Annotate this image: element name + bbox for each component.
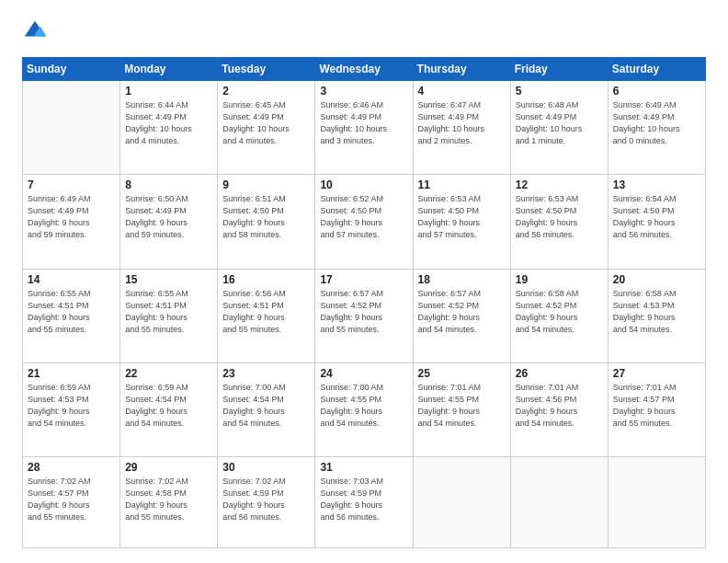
day-number: 26 xyxy=(516,367,603,380)
day-info: Sunrise: 7:01 AMSunset: 4:55 PMDaylight:… xyxy=(418,382,506,430)
calendar-cell: 24Sunrise: 7:00 AMSunset: 4:55 PMDayligh… xyxy=(315,362,413,456)
calendar-cell: 17Sunrise: 6:57 AMSunset: 4:52 PMDayligh… xyxy=(315,269,413,362)
day-number: 30 xyxy=(222,461,310,474)
weekday-header-row: SundayMondayTuesdayWednesdayThursdayFrid… xyxy=(23,58,706,81)
day-info: Sunrise: 6:56 AMSunset: 4:51 PMDaylight:… xyxy=(222,288,310,336)
day-info: Sunrise: 7:02 AMSunset: 4:58 PMDaylight:… xyxy=(125,476,212,523)
calendar-cell: 15Sunrise: 6:55 AMSunset: 4:51 PMDayligh… xyxy=(120,269,218,362)
day-info: Sunrise: 6:46 AMSunset: 4:49 PMDaylight:… xyxy=(320,99,407,147)
weekday-header: Friday xyxy=(510,58,608,81)
logo-icon xyxy=(22,18,48,44)
calendar-cell: 26Sunrise: 7:01 AMSunset: 4:56 PMDayligh… xyxy=(510,362,608,456)
day-info: Sunrise: 6:48 AMSunset: 4:49 PMDaylight:… xyxy=(516,99,603,147)
calendar-cell: 30Sunrise: 7:02 AMSunset: 4:59 PMDayligh… xyxy=(218,457,315,548)
header xyxy=(22,18,706,44)
day-number: 15 xyxy=(125,273,212,286)
weekday-header: Tuesday xyxy=(218,58,315,81)
day-info: Sunrise: 6:55 AMSunset: 4:51 PMDaylight:… xyxy=(28,288,115,336)
calendar-cell: 1Sunrise: 6:44 AMSunset: 4:49 PMDaylight… xyxy=(120,81,218,175)
day-info: Sunrise: 6:44 AMSunset: 4:49 PMDaylight:… xyxy=(125,99,212,147)
day-number: 18 xyxy=(418,273,506,286)
day-info: Sunrise: 6:57 AMSunset: 4:52 PMDaylight:… xyxy=(320,288,407,336)
day-info: Sunrise: 6:52 AMSunset: 4:50 PMDaylight:… xyxy=(320,193,407,241)
calendar-cell xyxy=(510,457,608,548)
calendar-cell: 2Sunrise: 6:45 AMSunset: 4:49 PMDaylight… xyxy=(218,81,315,175)
day-number: 10 xyxy=(320,178,407,191)
calendar-week-row: 7Sunrise: 6:49 AMSunset: 4:49 PMDaylight… xyxy=(23,175,706,269)
weekday-header: Wednesday xyxy=(315,58,413,81)
day-number: 23 xyxy=(222,367,310,380)
calendar-cell: 4Sunrise: 6:47 AMSunset: 4:49 PMDaylight… xyxy=(413,81,510,175)
calendar-cell: 21Sunrise: 6:59 AMSunset: 4:53 PMDayligh… xyxy=(23,362,120,456)
calendar-cell: 27Sunrise: 7:01 AMSunset: 4:57 PMDayligh… xyxy=(608,362,705,456)
day-info: Sunrise: 7:01 AMSunset: 4:57 PMDaylight:… xyxy=(613,382,700,430)
calendar-cell: 31Sunrise: 7:03 AMSunset: 4:59 PMDayligh… xyxy=(315,457,413,548)
calendar-cell: 5Sunrise: 6:48 AMSunset: 4:49 PMDaylight… xyxy=(510,81,608,175)
day-info: Sunrise: 7:02 AMSunset: 4:59 PMDaylight:… xyxy=(222,476,310,523)
day-number: 17 xyxy=(320,273,407,286)
day-info: Sunrise: 6:59 AMSunset: 4:53 PMDaylight:… xyxy=(28,382,115,430)
day-number: 3 xyxy=(320,85,407,98)
calendar-cell: 9Sunrise: 6:51 AMSunset: 4:50 PMDaylight… xyxy=(218,175,315,269)
day-number: 19 xyxy=(516,273,603,286)
calendar-cell: 13Sunrise: 6:54 AMSunset: 4:50 PMDayligh… xyxy=(608,175,705,269)
calendar-week-row: 21Sunrise: 6:59 AMSunset: 4:53 PMDayligh… xyxy=(23,362,706,456)
day-number: 24 xyxy=(320,367,407,380)
day-number: 6 xyxy=(613,85,700,98)
weekday-header: Thursday xyxy=(413,58,510,81)
day-info: Sunrise: 6:54 AMSunset: 4:50 PMDaylight:… xyxy=(613,193,700,241)
calendar-cell: 25Sunrise: 7:01 AMSunset: 4:55 PMDayligh… xyxy=(413,362,510,456)
page: SundayMondayTuesdayWednesdayThursdayFrid… xyxy=(0,0,728,563)
calendar-cell: 16Sunrise: 6:56 AMSunset: 4:51 PMDayligh… xyxy=(218,269,315,362)
calendar-cell xyxy=(23,81,120,175)
day-info: Sunrise: 6:50 AMSunset: 4:49 PMDaylight:… xyxy=(125,193,212,241)
day-number: 8 xyxy=(125,178,212,191)
day-info: Sunrise: 6:53 AMSunset: 4:50 PMDaylight:… xyxy=(418,193,506,241)
day-info: Sunrise: 6:58 AMSunset: 4:52 PMDaylight:… xyxy=(516,288,603,336)
day-info: Sunrise: 6:51 AMSunset: 4:50 PMDaylight:… xyxy=(222,193,310,241)
calendar-cell: 6Sunrise: 6:49 AMSunset: 4:49 PMDaylight… xyxy=(608,81,705,175)
day-number: 25 xyxy=(418,367,506,380)
day-number: 2 xyxy=(222,85,310,98)
logo xyxy=(22,18,50,44)
day-number: 9 xyxy=(222,178,310,191)
day-info: Sunrise: 7:00 AMSunset: 4:55 PMDaylight:… xyxy=(320,382,407,430)
calendar-cell: 7Sunrise: 6:49 AMSunset: 4:49 PMDaylight… xyxy=(23,175,120,269)
day-number: 20 xyxy=(613,273,700,286)
day-number: 14 xyxy=(28,273,115,286)
day-number: 22 xyxy=(125,367,212,380)
day-number: 7 xyxy=(28,178,115,191)
day-number: 21 xyxy=(28,367,115,380)
day-number: 13 xyxy=(613,178,700,191)
day-number: 29 xyxy=(125,461,212,474)
calendar-cell: 11Sunrise: 6:53 AMSunset: 4:50 PMDayligh… xyxy=(413,175,510,269)
calendar-table: SundayMondayTuesdayWednesdayThursdayFrid… xyxy=(22,57,706,548)
day-number: 16 xyxy=(222,273,310,286)
weekday-header: Sunday xyxy=(23,58,120,81)
day-number: 1 xyxy=(125,85,212,98)
weekday-header: Monday xyxy=(120,58,218,81)
day-info: Sunrise: 7:01 AMSunset: 4:56 PMDaylight:… xyxy=(516,382,603,430)
day-number: 27 xyxy=(613,367,700,380)
calendar-cell: 10Sunrise: 6:52 AMSunset: 4:50 PMDayligh… xyxy=(315,175,413,269)
calendar-week-row: 28Sunrise: 7:02 AMSunset: 4:57 PMDayligh… xyxy=(23,457,706,548)
calendar-week-row: 14Sunrise: 6:55 AMSunset: 4:51 PMDayligh… xyxy=(23,269,706,362)
day-info: Sunrise: 6:49 AMSunset: 4:49 PMDaylight:… xyxy=(28,193,115,241)
day-number: 31 xyxy=(320,461,407,474)
calendar-cell: 29Sunrise: 7:02 AMSunset: 4:58 PMDayligh… xyxy=(120,457,218,548)
day-info: Sunrise: 6:55 AMSunset: 4:51 PMDaylight:… xyxy=(125,288,212,336)
day-info: Sunrise: 7:03 AMSunset: 4:59 PMDaylight:… xyxy=(320,476,407,523)
day-info: Sunrise: 7:02 AMSunset: 4:57 PMDaylight:… xyxy=(28,476,115,523)
day-info: Sunrise: 7:00 AMSunset: 4:54 PMDaylight:… xyxy=(222,382,310,430)
day-info: Sunrise: 6:49 AMSunset: 4:49 PMDaylight:… xyxy=(613,99,700,147)
day-info: Sunrise: 6:57 AMSunset: 4:52 PMDaylight:… xyxy=(418,288,506,336)
day-number: 28 xyxy=(28,461,115,474)
day-number: 12 xyxy=(516,178,603,191)
calendar-cell: 12Sunrise: 6:53 AMSunset: 4:50 PMDayligh… xyxy=(510,175,608,269)
day-info: Sunrise: 6:53 AMSunset: 4:50 PMDaylight:… xyxy=(516,193,603,241)
calendar-cell xyxy=(413,457,510,548)
day-info: Sunrise: 6:58 AMSunset: 4:53 PMDaylight:… xyxy=(613,288,700,336)
calendar-cell: 8Sunrise: 6:50 AMSunset: 4:49 PMDaylight… xyxy=(120,175,218,269)
calendar-week-row: 1Sunrise: 6:44 AMSunset: 4:49 PMDaylight… xyxy=(23,81,706,175)
calendar-cell: 20Sunrise: 6:58 AMSunset: 4:53 PMDayligh… xyxy=(608,269,705,362)
